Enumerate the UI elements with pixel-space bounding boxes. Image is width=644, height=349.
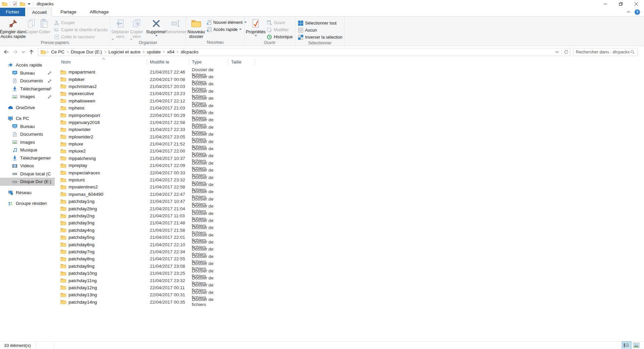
quick-access-button[interactable]: Accès rapide (205, 26, 248, 33)
sidebar-item-documents[interactable]: Documents (0, 130, 55, 138)
file-row[interactable]: patchday6ng 21/04/2017 22:10 Dossier de … (55, 241, 644, 248)
file-row[interactable]: patchday3ng 21/04/2017 21:48 Dossier de … (55, 219, 644, 226)
sidebar-item-musique[interactable]: Musique (0, 146, 55, 154)
new-item-button[interactable]: Nouvel élément (205, 19, 248, 26)
sidebar-item-ce-pc[interactable]: Ce PC (0, 115, 55, 123)
column-header-modified[interactable]: Modifié le (147, 58, 189, 65)
sidebar-item-quick-access[interactable]: Accès rapide (0, 61, 55, 69)
view-thumbnails-button[interactable] (632, 342, 641, 349)
file-row[interactable]: mpimportexport 22/04/2017 00:29 Dossier … (55, 112, 644, 119)
file-row[interactable]: patchday10ng 21/04/2017 23:25 Dossier de… (55, 270, 644, 277)
sidebar-item-bureau[interactable]: Bureau (0, 123, 55, 131)
file-row[interactable]: patchday11ng 21/04/2017 23:32 Dossier de… (55, 277, 644, 284)
file-row[interactable]: mpluxe 21/04/2017 21:52 Dossier de fichi… (55, 140, 644, 147)
file-row[interactable]: mpvalentines2 21/04/2017 22:58 Dossier d… (55, 183, 644, 190)
file-row[interactable]: mpspecialraces 22/04/2017 00:33 Dossier … (55, 169, 644, 176)
file-row[interactable]: mpstunt 21/04/2017 23:32 Dossier de fich… (55, 176, 644, 183)
column-headers: Nom Modifié le Type Taille (55, 58, 644, 66)
file-row[interactable]: mpxmas_604490 21/04/2017 22:47 Dossier d… (55, 191, 644, 198)
sidebar-item-groupe-residentiel[interactable]: Groupe résidentiel (0, 200, 55, 208)
breadcrumb-chevron-icon[interactable] (143, 50, 144, 53)
file-row[interactable]: mplowrider2 21/04/2017 23:05 Dossier de … (55, 133, 644, 140)
file-row[interactable]: mpheist 21/04/2017 21:03 Dossier de fich… (55, 104, 644, 112)
qat-customize-dropdown-icon[interactable] (28, 3, 31, 5)
breadcrumb-chevron-icon[interactable] (177, 50, 178, 53)
file-row[interactable]: patchday2ng 21/04/2017 11:03 Dossier de … (55, 212, 644, 219)
breadcrumb-x64[interactable]: x64 (165, 49, 176, 54)
file-row[interactable]: patchday13ng 22/04/2017 00:31 Dossier de… (55, 291, 644, 298)
file-row[interactable]: mpreplay 21/04/2017 22:09 Dossier de fic… (55, 162, 644, 169)
sidebar-item-onedrive[interactable]: OneDrive (0, 104, 55, 112)
search-icon[interactable] (630, 50, 635, 54)
invert-selection-button[interactable]: Inverser la sélection (297, 34, 344, 41)
address-dropdown-button[interactable] (553, 48, 561, 56)
file-row[interactable]: mphalloween 21/04/2017 22:12 Dossier de … (55, 97, 644, 104)
sidebar-item-reseau[interactable]: Réseau (0, 189, 55, 197)
file-row[interactable]: patchday5ng 21/04/2017 22:01 Dossier de … (55, 234, 644, 241)
file-row[interactable]: mpchristmas2 21/04/2017 20:03 Dossier de… (55, 83, 644, 90)
breadcrumb-chevron-icon[interactable] (47, 50, 49, 53)
file-row[interactable]: mpluxe2 21/04/2017 22:00 Dossier de fich… (55, 147, 644, 155)
breadcrumb-chevron-icon[interactable] (104, 50, 106, 53)
up-icon[interactable] (29, 49, 34, 55)
tab-view[interactable]: Affichage (85, 8, 114, 16)
help-icon[interactable] (635, 9, 640, 15)
column-header-name[interactable]: Nom (55, 58, 147, 65)
file-row[interactable]: patchday9ng 21/04/2017 23:08 Dossier de … (55, 263, 644, 270)
tab-file-menu[interactable]: Fichier (0, 8, 25, 16)
file-row[interactable]: mpapartment 21/04/2017 22:46 Dossier de … (55, 69, 644, 76)
file-row[interactable]: patchday14ng 22/04/2017 00:35 Dossier de… (55, 299, 644, 306)
delete-button[interactable]: Supprimer (146, 17, 166, 36)
file-row[interactable]: mpexecutive 21/04/2017 23:23 Dossier de … (55, 90, 644, 97)
view-details-button[interactable] (622, 342, 631, 349)
file-row[interactable]: patchday12ng 22/04/2017 00:11 Dossier de… (55, 284, 644, 291)
breadcrumb-dlcpacks[interactable]: dlcpacks (179, 49, 201, 54)
file-row[interactable]: patchday7ng 21/04/2017 22:34 Dossier de … (55, 248, 644, 255)
file-row[interactable]: mplowrider 21/04/2017 22:33 Dossier de f… (55, 126, 644, 133)
breadcrumb-disque-dur-e[interactable]: Disque Dur (E:) (69, 49, 104, 54)
sidebar-item-bureau-qa[interactable]: Bureau (0, 69, 55, 77)
column-header-size[interactable]: Taille (228, 58, 255, 65)
sidebar-item-disque-dur-e[interactable]: Disque Dur (E:) (0, 178, 55, 186)
sidebar-item-videos[interactable]: Vidéos (0, 162, 55, 170)
file-row[interactable]: mppatchesng 21/04/2017 10:37 Dossier de … (55, 155, 644, 162)
new-folder-button[interactable]: Nouveaudossier (187, 17, 205, 39)
qat-new-folder-icon[interactable] (20, 2, 25, 6)
sidebar-item-disque-local-c[interactable]: Disque local (C:) (0, 170, 55, 178)
breadcrumb-chevron-icon[interactable] (163, 50, 165, 53)
select-all-button[interactable]: Sélectionner tout (297, 19, 344, 27)
sidebar-item-telechargements-qa[interactable]: Téléchargements (0, 85, 55, 93)
file-row[interactable]: patchday4ng 21/04/2017 21:58 Dossier de … (55, 227, 644, 234)
search-input[interactable] (576, 49, 630, 54)
breadcrumb-logiciel-et-autre[interactable]: Logiciel et autre (106, 49, 142, 54)
sidebar-item-images-qa[interactable]: Images (0, 93, 55, 101)
minimize-button[interactable] (598, 0, 613, 8)
file-row[interactable]: patchday1ng 21/04/2017 10:47 Dossier de … (55, 198, 644, 205)
back-icon[interactable] (3, 49, 9, 55)
select-none-button[interactable]: Aucun (297, 27, 344, 34)
file-name: patchday9ng (69, 264, 94, 269)
column-header-type[interactable]: Type (189, 58, 228, 65)
collapse-ribbon-icon[interactable] (627, 11, 631, 13)
pin-to-quick-access-button[interactable]: Épingler dansAccès rapide (1, 17, 25, 39)
recent-locations-icon[interactable] (22, 51, 25, 53)
file-row[interactable]: mpbiker 22/04/2017 00:08 Dossier de fich… (55, 76, 644, 83)
sidebar-item-documents-qa[interactable]: Documents (0, 77, 55, 85)
file-row[interactable]: patchday2bng 21/04/2017 21:04 Dossier de… (55, 205, 644, 212)
properties-button[interactable]: Propriétés (246, 17, 265, 36)
breadcrumb-ce-pc[interactable]: Ce PC (49, 49, 67, 54)
tab-home[interactable]: Accueil (27, 8, 52, 16)
file-row[interactable]: patchday8ng 21/04/2017 22:55 Dossier de … (55, 255, 644, 262)
sidebar-item-images[interactable]: Images (0, 138, 55, 146)
sidebar-item-telechargements[interactable]: Téléchargements (0, 154, 55, 162)
restore-button[interactable] (613, 0, 629, 8)
tab-share[interactable]: Partage (55, 8, 81, 16)
close-button[interactable] (629, 0, 644, 8)
refresh-button[interactable] (562, 48, 570, 56)
history-button[interactable]: Historique (265, 33, 294, 40)
file-row[interactable]: mpjanuary2016 21/04/2017 22:58 Dossier d… (55, 119, 644, 126)
qat-properties-icon[interactable] (12, 1, 17, 6)
breadcrumb-update[interactable]: update (145, 49, 163, 54)
breadcrumb-chevron-icon[interactable] (67, 50, 69, 53)
address-bar[interactable]: Ce PC Disque Dur (E:) Logiciel et autre … (38, 48, 570, 56)
